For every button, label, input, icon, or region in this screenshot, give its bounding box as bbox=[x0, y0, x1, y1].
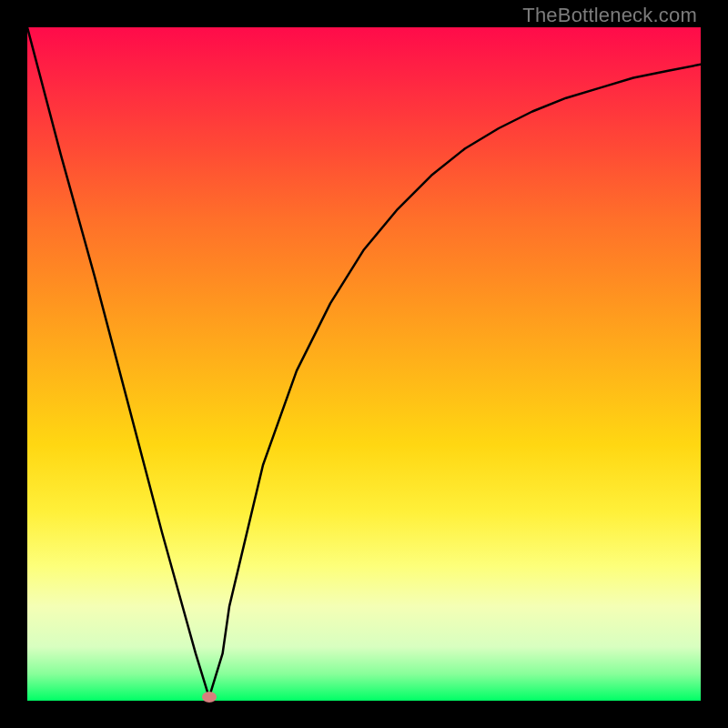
bottleneck-curve bbox=[27, 27, 701, 697]
watermark-text: TheBottleneck.com bbox=[522, 4, 697, 27]
plot-area bbox=[27, 27, 701, 701]
minimum-marker bbox=[202, 692, 217, 703]
curve-svg bbox=[27, 27, 701, 701]
chart-frame: TheBottleneck.com bbox=[0, 0, 728, 728]
